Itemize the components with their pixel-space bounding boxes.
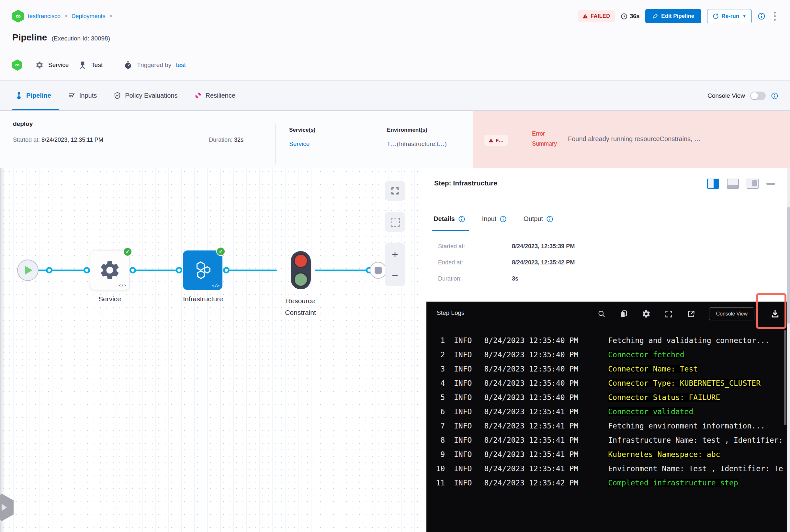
fullscreen-icon[interactable] xyxy=(664,310,673,319)
search-icon[interactable] xyxy=(598,310,606,318)
error-status-badge: F… xyxy=(484,135,508,146)
zoom-out-button[interactable]: − xyxy=(392,270,398,281)
info-icon[interactable] xyxy=(546,215,553,223)
total-duration-value: 36s xyxy=(630,13,640,20)
layout-bottom-split-icon[interactable] xyxy=(727,178,739,189)
log-timestamp: 8/24/2023 12:35:40 PM xyxy=(484,350,578,359)
triggered-by-user[interactable]: test xyxy=(176,61,186,69)
canvas-select-button[interactable] xyxy=(385,212,405,232)
tab-details[interactable]: Details xyxy=(434,207,465,231)
info-icon[interactable] xyxy=(458,215,465,223)
environment-primary[interactable]: T… xyxy=(387,140,397,147)
copy-icon[interactable] xyxy=(619,310,628,319)
console-view-toggle[interactable] xyxy=(750,92,766,100)
edge-connector xyxy=(315,269,370,271)
zoom-in-button[interactable]: + xyxy=(392,248,398,260)
tab-policy-evaluations[interactable]: Policy Evaluations xyxy=(114,80,178,110)
detail-label: Ended at: xyxy=(438,259,512,266)
panel-scrollbar[interactable] xyxy=(787,168,790,532)
expand-left-panel-button[interactable] xyxy=(0,494,14,521)
started-label: Started at: xyxy=(13,136,41,143)
total-duration: 36s xyxy=(621,13,640,20)
settings-gear-icon[interactable] xyxy=(642,309,651,319)
code-icon: </> xyxy=(119,283,126,288)
detail-label: Started at: xyxy=(438,243,512,250)
tab-input[interactable]: Input xyxy=(482,207,507,231)
node-label: Service xyxy=(84,295,136,303)
detail-value: 3s xyxy=(512,276,518,282)
edit-pipeline-button[interactable]: Edit Pipeline xyxy=(645,9,701,23)
step-detail-rows: Started at: 8/24/2023, 12:35:39 PM Ended… xyxy=(438,238,575,287)
log-timestamp: 8/24/2023 12:35:40 PM xyxy=(484,393,578,402)
harness-infinity-icon: ∞ xyxy=(12,10,24,23)
node-label: Infrastructure xyxy=(177,295,229,303)
minimize-panel-icon[interactable] xyxy=(766,183,775,185)
rerun-button[interactable]: Re-run ▼ xyxy=(707,9,752,23)
tab-output[interactable]: Output xyxy=(523,207,553,231)
log-timestamp: 8/24/2023 12:35:42 PM xyxy=(484,479,578,487)
infrastructure-step-node[interactable]: ✓ </> xyxy=(183,250,222,290)
tab-resilience[interactable]: Resilience xyxy=(195,80,235,110)
error-summary-label: Error Summary xyxy=(532,129,566,149)
environment-value[interactable]: T…(Infrastructure:t…) xyxy=(387,140,447,148)
logs-scrollbar-thumb[interactable] xyxy=(784,330,787,425)
traffic-light-red xyxy=(294,254,308,268)
start-node[interactable] xyxy=(17,260,38,281)
more-options-icon[interactable] xyxy=(771,11,778,22)
log-message: Connector Name: Test xyxy=(608,365,698,373)
detail-value: 8/24/2023, 12:35:42 PM xyxy=(512,259,575,266)
header-actions: FAILED 36s Edit Pipeline Re-run ▼ xyxy=(577,9,778,23)
log-lines[interactable]: 1 INFO 8/24/2023 12:35:40 PM Fetching an… xyxy=(426,333,790,532)
info-icon[interactable] xyxy=(771,92,778,100)
stage-name: deploy xyxy=(13,120,33,128)
status-badge: FAILED xyxy=(577,11,615,22)
console-view-button[interactable]: Console View xyxy=(709,307,754,320)
chevron-down-icon: ▼ xyxy=(742,14,746,18)
title-row: Pipeline (Execution Id: 30098) xyxy=(12,32,110,43)
canvas-fullscreen-button[interactable] xyxy=(385,181,405,201)
environment-name: Test xyxy=(91,61,103,69)
gear-icon xyxy=(98,259,121,282)
error-summary-text: Found already running resourceConstrains… xyxy=(568,135,782,143)
stop-icon xyxy=(374,267,382,274)
environment-infra-value[interactable]: t… xyxy=(437,140,444,147)
log-line-number: 11 xyxy=(426,479,445,487)
pipeline-meta-row: ∞ Service Test Triggered by test xyxy=(12,58,186,72)
step-tabs: Details Input Output xyxy=(434,207,779,231)
pipeline-graph-canvas[interactable]: ✓ </> Service ✓ </> Infrastructure Resou… xyxy=(0,168,421,532)
stage-duration: Duration: 32s xyxy=(209,136,243,144)
log-line-number: 3 xyxy=(426,365,445,373)
tab-inputs[interactable]: Inputs xyxy=(68,80,97,110)
panel-scrollbar-thumb[interactable] xyxy=(787,207,790,324)
status-badge-label: FAILED xyxy=(591,13,610,19)
log-line: 9 INFO 8/24/2023 12:35:41 PM Kubernetes … xyxy=(426,447,790,461)
service-link[interactable]: Service xyxy=(289,140,310,148)
info-icon[interactable] xyxy=(758,12,766,20)
log-level: INFO xyxy=(454,450,472,458)
detail-row: Duration: 3s xyxy=(438,270,575,287)
gear-icon xyxy=(35,61,44,69)
traffic-light-green xyxy=(294,272,308,287)
stage-summary-row: deploy Started at: 8/24/2023, 12:35:11 P… xyxy=(0,111,790,168)
log-line-number: 8 xyxy=(426,436,445,444)
tab-pipeline[interactable]: Pipeline xyxy=(16,80,51,110)
breadcrumb-separator: > xyxy=(65,13,67,19)
resource-constraint-node[interactable] xyxy=(291,251,311,289)
layout-right-split-icon[interactable] xyxy=(707,178,719,189)
end-node[interactable] xyxy=(370,262,387,279)
download-icon[interactable] xyxy=(770,309,780,319)
warning-icon xyxy=(489,138,493,143)
console-view-control: Console View xyxy=(708,80,778,111)
layout-floating-icon[interactable] xyxy=(747,178,758,189)
breadcrumb-project-link[interactable]: testfrancisco xyxy=(28,13,60,20)
open-external-icon[interactable] xyxy=(687,310,696,319)
environment-infra-prefix: (Infrastructure: xyxy=(397,140,437,147)
log-line: 11 INFO 8/24/2023 12:35:42 PM Completed … xyxy=(426,476,790,490)
service-step-node[interactable]: ✓ </> xyxy=(90,250,129,290)
breadcrumb-deployments-link[interactable]: Deployments xyxy=(71,13,105,20)
error-summary-zone: F… Error Summary Found already running r… xyxy=(473,111,790,168)
panel-layout-controls xyxy=(707,178,775,189)
log-line: 1 INFO 8/24/2023 12:35:40 PM Fetching an… xyxy=(426,333,790,347)
info-icon[interactable] xyxy=(500,215,507,223)
log-timestamp: 8/24/2023 12:35:41 PM xyxy=(484,407,578,416)
